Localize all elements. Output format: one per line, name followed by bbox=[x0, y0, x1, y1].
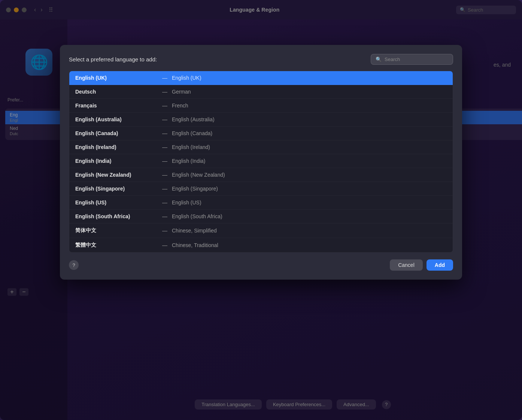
lang-native-name: English (Ireland) bbox=[75, 144, 158, 150]
lang-separator: — bbox=[162, 75, 167, 81]
language-list-item[interactable]: English (South Africa) — English (South … bbox=[69, 210, 453, 223]
add-button[interactable]: Add bbox=[427, 259, 453, 271]
language-list-item[interactable]: Deutsch — German bbox=[69, 85, 453, 99]
lang-english-name: German bbox=[172, 89, 191, 95]
lang-english-name: Chinese, Simplified bbox=[172, 228, 217, 234]
modal-search-container[interactable]: 🔍 bbox=[371, 54, 453, 65]
lang-english-name: English (India) bbox=[172, 158, 206, 164]
lang-native-name: 简体中文 bbox=[75, 227, 158, 234]
lang-native-name: English (US) bbox=[75, 200, 158, 206]
lang-separator: — bbox=[162, 158, 167, 164]
language-list-item[interactable]: English (UK) — English (UK) bbox=[69, 71, 453, 85]
language-list-item[interactable]: English (Singapore) — English (Singapore… bbox=[69, 182, 453, 196]
language-list: English (UK) — English (UK) Deutsch — Ge… bbox=[69, 71, 453, 253]
language-list-item[interactable]: English (US) — English (US) bbox=[69, 196, 453, 210]
lang-native-name: 繁體中文 bbox=[75, 242, 158, 249]
lang-separator: — bbox=[162, 172, 167, 178]
language-list-item[interactable]: English (New Zealand) — English (New Zea… bbox=[69, 168, 453, 182]
lang-english-name: English (South Africa) bbox=[172, 213, 222, 219]
language-picker-dialog: Select a preferred language to add: 🔍 En… bbox=[60, 45, 462, 280]
footer-actions: Cancel Add bbox=[390, 259, 453, 271]
lang-native-name: English (India) bbox=[75, 158, 158, 164]
lang-english-name: Chinese, Traditional bbox=[172, 242, 218, 248]
language-list-item[interactable]: Français — French bbox=[69, 99, 453, 113]
lang-english-name: French bbox=[172, 103, 188, 109]
language-list-item[interactable]: 简体中文 — Chinese, Simplified bbox=[69, 223, 453, 238]
modal-title: Select a preferred language to add: bbox=[69, 56, 157, 63]
lang-native-name: English (South Africa) bbox=[75, 213, 158, 219]
modal-search-icon: 🔍 bbox=[376, 57, 382, 62]
language-list-item[interactable]: 繁體中文 — Chinese, Traditional bbox=[69, 238, 453, 252]
lang-separator: — bbox=[162, 242, 167, 248]
lang-native-name: Français bbox=[75, 103, 158, 109]
modal-footer: ? Cancel Add bbox=[69, 259, 453, 271]
lang-english-name: English (UK) bbox=[172, 75, 201, 81]
modal-help-button[interactable]: ? bbox=[69, 260, 79, 270]
lang-separator: — bbox=[162, 130, 167, 136]
modal-search-input[interactable] bbox=[385, 57, 448, 62]
lang-separator: — bbox=[162, 89, 167, 95]
language-list-item[interactable]: English (Ireland) — English (Ireland) bbox=[69, 140, 453, 154]
modal-header: Select a preferred language to add: 🔍 bbox=[69, 54, 453, 65]
lang-separator: — bbox=[162, 116, 167, 122]
lang-english-name: English (New Zealand) bbox=[172, 172, 225, 178]
lang-separator: — bbox=[162, 144, 167, 150]
lang-english-name: English (Ireland) bbox=[172, 144, 210, 150]
lang-native-name: Deutsch bbox=[75, 89, 158, 95]
lang-english-name: English (Singapore) bbox=[172, 186, 218, 192]
lang-separator: — bbox=[162, 228, 167, 234]
lang-native-name: English (New Zealand) bbox=[75, 172, 158, 178]
lang-separator: — bbox=[162, 213, 167, 219]
lang-english-name: English (US) bbox=[172, 200, 201, 206]
lang-separator: — bbox=[162, 103, 167, 109]
lang-native-name: English (UK) bbox=[75, 75, 158, 81]
lang-english-name: English (Canada) bbox=[172, 130, 212, 136]
lang-separator: — bbox=[162, 200, 167, 206]
language-list-item[interactable]: English (India) — English (India) bbox=[69, 154, 453, 168]
lang-english-name: English (Australia) bbox=[172, 116, 215, 122]
language-list-item[interactable]: English (Canada) — English (Canada) bbox=[69, 127, 453, 140]
cancel-button[interactable]: Cancel bbox=[390, 259, 423, 271]
language-list-item[interactable]: English (Australia) — English (Australia… bbox=[69, 113, 453, 127]
lang-native-name: English (Canada) bbox=[75, 130, 158, 136]
lang-separator: — bbox=[162, 186, 167, 192]
lang-native-name: English (Singapore) bbox=[75, 186, 158, 192]
lang-native-name: English (Australia) bbox=[75, 116, 158, 122]
